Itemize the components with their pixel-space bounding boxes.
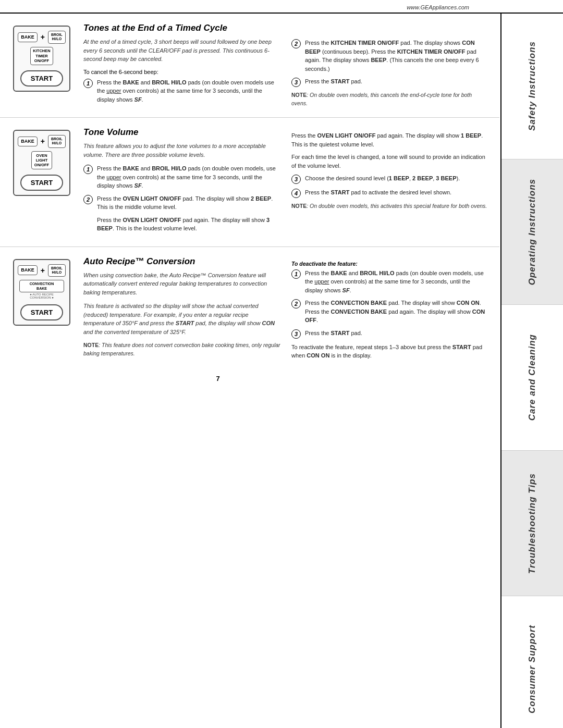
- broil-key-1: BROILHI/LO: [48, 31, 66, 44]
- bake-key-1: BAKE: [18, 32, 38, 42]
- sidebar-troubleshooting: Troubleshooting Tips: [501, 451, 563, 597]
- section-2-content: Tone Volume This feature allows you to a…: [83, 127, 489, 237]
- step-2-4: 4 Press the START pad to activate the de…: [291, 188, 489, 198]
- step-text-2-1: Press the BAKE and BROIL HI/LO pads (on …: [97, 164, 281, 190]
- step-text-2-3: Choose the desired sound level (1 BEEP, …: [305, 174, 460, 183]
- section-auto-recipe: BAKE + BROILHI/LO CONVECTIONBAKE ● AUTO …: [0, 247, 499, 369]
- oven-light-btn: OVENLIGHTON/OFF: [31, 151, 52, 169]
- section-tone-volume: BAKE + BROILHI/LO OVENLIGHTON/OFF START …: [0, 118, 499, 247]
- section-1-left: Tones at the End of a Timed Cycle At the…: [83, 23, 281, 108]
- step-num-2-1: 1: [83, 165, 93, 174]
- step-1-1: 1 Press the BAKE and BROIL HI/LO pads (o…: [83, 78, 281, 104]
- plus-1: +: [41, 33, 45, 41]
- section-tones-cycle: BAKE + BROILHI/LO KITCHENTIMERON/OFF STA…: [0, 14, 499, 118]
- step-num-2-2: 2: [83, 195, 93, 204]
- broil-key-3: BROILHI/LO: [48, 264, 66, 277]
- convection-bake-btn: CONVECTIONBAKE: [19, 280, 64, 292]
- section-1-right: 2 Press the KITCHEN TIMER ON/OFF pad. Th…: [291, 23, 489, 108]
- note-3-main: NOTE: This feature does not convert conv…: [83, 341, 281, 358]
- step-text-1-3: Press the START pad.: [305, 77, 362, 86]
- step-2-2: 2 Press the OVEN LIGHT ON/OFF pad. The d…: [83, 194, 281, 212]
- control-panel-3: BAKE + BROILHI/LO CONVECTIONBAKE ● AUTO …: [8, 256, 76, 360]
- section-1-intro: At the end of a timed cycle, 3 short bee…: [83, 38, 281, 64]
- step-text-1-2: Press the KITCHEN TIMER ON/OFF pad. The …: [305, 39, 489, 73]
- reactivate-text: To reactivate the feature, repeat steps …: [291, 343, 489, 360]
- plus-2: +: [41, 137, 45, 145]
- kitchen-timer-btn-1: KITCHENTIMERON/OFF: [30, 47, 53, 65]
- sidebar-care-label: Care and Cleaning: [527, 334, 537, 421]
- section-2-right: Press the OVEN LIGHT ON/OFF pad again. T…: [291, 127, 489, 237]
- section-3-right: To deactivate the feature: 1 Press the B…: [291, 256, 489, 360]
- step-num-3-2: 2: [291, 299, 301, 309]
- step-1-3: 3 Press the START pad.: [291, 77, 489, 87]
- step-num-1-3: 3: [291, 78, 301, 87]
- sidebar-safety-label: Safety Instructions: [527, 41, 537, 131]
- section-2-title: Tone Volume: [83, 127, 281, 138]
- step-text-2-2: Press the OVEN LIGHT ON/OFF pad. The dis…: [97, 194, 281, 212]
- section-1-content: Tones at the End of a Timed Cycle At the…: [83, 23, 489, 108]
- step-num-2-3: 3: [291, 175, 301, 184]
- step-2-3: 3 Choose the desired sound level (1 BEEP…: [291, 174, 489, 184]
- step-text-3-1: Press the BAKE and BROIL HI/LO pads (on …: [305, 269, 489, 295]
- step-num-1-2: 2: [291, 39, 301, 48]
- section-1-title: Tones at the End of a Timed Cycle: [83, 23, 281, 33]
- start-btn-1: START: [20, 70, 63, 87]
- sidebar-consumer: Consumer Support: [501, 596, 563, 728]
- sidebar-care: Care and Cleaning: [501, 305, 563, 451]
- step-num-3-1: 1: [291, 269, 301, 279]
- step-num-2-4: 4: [291, 189, 301, 198]
- control-panel-1: BAKE + BROILHI/LO KITCHENTIMERON/OFF STA…: [8, 23, 76, 108]
- sidebar-safety: Safety Instructions: [501, 14, 563, 159]
- deactivate-label: To deactivate the feature:: [291, 261, 489, 267]
- section-3-intro: When using convection bake, the Auto Rec…: [83, 271, 281, 297]
- step-text-3-2: Press the CONVECTION BAKE pad. The displ…: [305, 299, 489, 325]
- section-3-intro2: This feature is activated so the display…: [83, 302, 281, 336]
- step-text-3-3: Press the START pad.: [305, 329, 362, 338]
- section-3-content: Auto Recipe™ Conversion When using conve…: [83, 256, 489, 360]
- step-3-1: 1 Press the BAKE and BROIL HI/LO pads (o…: [291, 269, 489, 295]
- step-1-2: 2 Press the KITCHEN TIMER ON/OFF pad. Th…: [291, 39, 489, 73]
- website-url: www.GEAppliances.com: [0, 0, 563, 14]
- bake-key-3: BAKE: [18, 265, 38, 275]
- section-3-left: Auto Recipe™ Conversion When using conve…: [83, 256, 281, 360]
- section-3-title: Auto Recipe™ Conversion: [83, 256, 281, 267]
- step-num-1-1: 1: [83, 79, 93, 88]
- section-2-intro: This feature allows you to adjust the to…: [83, 142, 281, 159]
- step-3-3: 3 Press the START pad.: [291, 329, 489, 339]
- bake-key-2: BAKE: [18, 137, 38, 146]
- step-2-1: 1 Press the BAKE and BROIL HI/LO pads (o…: [83, 164, 281, 190]
- step-num-3-3: 3: [291, 329, 301, 339]
- step-text-2-extra: Press the OVEN LIGHT ON/OFF pad again. T…: [97, 216, 281, 233]
- step-2-extra3: For each time the level is changed, a to…: [291, 153, 489, 170]
- section-2-left: Tone Volume This feature allows you to a…: [83, 127, 281, 237]
- step-text-2-4: Press the START pad to activate the desi…: [305, 188, 451, 197]
- sidebar-operating: Operating Instructions: [501, 159, 563, 305]
- plus-3: +: [41, 266, 45, 275]
- sidebar-operating-label: Operating Instructions: [527, 179, 537, 285]
- note-1: NOTE: On double oven models, this cancel…: [291, 91, 489, 108]
- step-text-1-1: Press the BAKE and BROIL HI/LO pads (on …: [97, 78, 281, 104]
- note-2: NOTE: On double oven models, this activa…: [291, 202, 489, 211]
- start-btn-2: START: [20, 175, 63, 191]
- sidebar-consumer-label: Consumer Support: [527, 625, 537, 713]
- page-number: 7: [0, 369, 436, 388]
- step-2-extra2: Press the OVEN LIGHT ON/OFF pad again. T…: [291, 131, 489, 149]
- broil-key-2: BROILHI/LO: [48, 135, 66, 148]
- step-3-2: 2 Press the CONVECTION BAKE pad. The dis…: [291, 299, 489, 325]
- step-2-extra: Press the OVEN LIGHT ON/OFF pad again. T…: [83, 216, 281, 233]
- cancel-label: To cancel the 6-second beep:: [83, 69, 281, 75]
- control-panel-2: BAKE + BROILHI/LO OVENLIGHTON/OFF START: [8, 127, 76, 237]
- right-sidebar: Safety Instructions Operating Instructio…: [500, 14, 563, 728]
- start-btn-3: START: [20, 304, 63, 320]
- sidebar-troubleshooting-label: Troubleshooting Tips: [527, 473, 537, 574]
